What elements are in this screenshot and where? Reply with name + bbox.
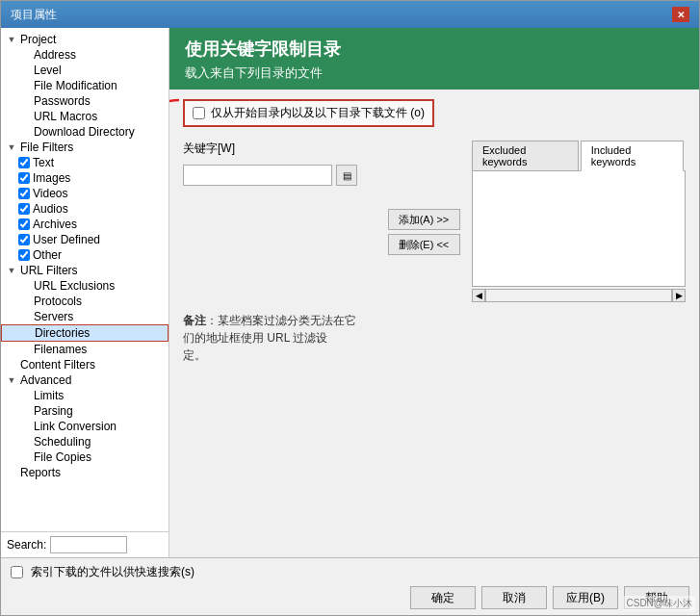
- main-content: 使用关键字限制目录 载入来自下列目录的文件 仅从开始目录内以及以下目录下载文件 …: [169, 28, 699, 557]
- keyword-tabs-section: Excluded keywordsIncluded keywords ◀ ▶: [472, 141, 686, 302]
- note-text: 备注：某些档案过滤分类无法在它们的地址框使用 URL 过滤设定。: [183, 312, 686, 364]
- tree-label-passwords: Passwords: [34, 94, 91, 108]
- tree-label-scheduling: Scheduling: [34, 435, 91, 449]
- tree-label-protocols: Protocols: [34, 295, 82, 308]
- tree-item-protocols[interactable]: Protocols: [1, 294, 169, 309]
- tree-item-address[interactable]: Address: [1, 47, 169, 63]
- tree-item-user-defined[interactable]: User Defined: [1, 232, 169, 247]
- tree-item-parsing[interactable]: Parsing: [1, 403, 169, 419]
- apply-button[interactable]: 应用(B): [553, 586, 618, 609]
- tree-item-download-directory[interactable]: Download Directory: [1, 124, 169, 140]
- tree-item-limits[interactable]: Limits: [1, 388, 169, 403]
- download-checkbox-row: 仅从开始目录内以及以下目录下载文件 (o): [183, 99, 434, 127]
- tree-expander-file-filters: ▼: [5, 142, 18, 152]
- tree-item-directories[interactable]: Directories: [1, 324, 169, 342]
- tree-item-audios[interactable]: Audios: [1, 201, 169, 217]
- tree-expander-advanced: ▼: [5, 375, 18, 385]
- dialog-window: 项目属性 ✕ ▼ProjectAddressLevelFile Modifica…: [0, 0, 700, 616]
- tree-label-images: Images: [33, 171, 70, 185]
- scroll-right-button[interactable]: ▶: [672, 289, 686, 302]
- tree-item-archives[interactable]: Archives: [1, 217, 169, 232]
- tree-item-reports[interactable]: Reports: [1, 465, 169, 480]
- add-keyword-button[interactable]: 添加(A) >>: [388, 209, 460, 230]
- main-subtitle: 载入来自下列目录的文件: [185, 64, 684, 82]
- tree-label-address: Address: [34, 48, 76, 62]
- tree-expander-url-filters: ▼: [5, 266, 18, 275]
- tab-excluded[interactable]: Excluded keywords: [472, 141, 579, 170]
- tree-item-images[interactable]: Images: [1, 170, 169, 186]
- tree-sidebar: ▼ProjectAddressLevelFile ModificationPas…: [1, 28, 169, 531]
- tree-checkbox-user-defined[interactable]: [18, 234, 30, 245]
- download-checkbox[interactable]: [193, 107, 205, 119]
- tree-checkbox-audios[interactable]: [18, 203, 30, 215]
- bottom-buttons: 确定取消应用(B)帮助: [11, 586, 689, 609]
- tab-included[interactable]: Included keywords: [581, 141, 684, 171]
- tree-label-other: Other: [33, 248, 62, 262]
- tree-checkbox-images[interactable]: [18, 172, 30, 184]
- tree-checkbox-archives[interactable]: [18, 218, 30, 230]
- tree-label-url-macros: URL Macros: [34, 110, 97, 123]
- tree-item-project[interactable]: ▼Project: [1, 32, 169, 47]
- close-button[interactable]: ✕: [672, 7, 689, 22]
- cancel-button[interactable]: 取消: [481, 586, 547, 609]
- tree-item-file-modification[interactable]: File Modification: [1, 78, 169, 93]
- keyword-input-section: 关键字[W] ▤: [183, 141, 376, 302]
- horizontal-scrollbar[interactable]: [485, 289, 672, 302]
- tree-item-file-filters[interactable]: ▼File Filters: [1, 140, 169, 155]
- note-label: 备注：某些档案过滤分类无法在它们的地址框使用 URL 过滤设定。: [183, 314, 356, 362]
- watermark: CSDN@味小沐: [624, 596, 696, 611]
- tree-expander-project: ▼: [5, 35, 18, 44]
- tree-item-url-filters[interactable]: ▼URL Filters: [1, 263, 169, 278]
- tree-item-servers[interactable]: Servers: [1, 309, 169, 324]
- tree-label-project: Project: [20, 33, 56, 46]
- tree-label-reports: Reports: [20, 466, 61, 479]
- tree-item-scheduling[interactable]: Scheduling: [1, 434, 169, 449]
- tree-item-level[interactable]: Level: [1, 63, 169, 78]
- title-bar: 项目属性 ✕: [1, 1, 699, 28]
- tree-item-content-filters[interactable]: Content Filters: [1, 357, 169, 372]
- tree-label-file-modification: File Modification: [34, 79, 117, 92]
- search-label: Search:: [7, 538, 46, 552]
- scroll-left-button[interactable]: ◀: [472, 289, 485, 302]
- tree-label-advanced: Advanced: [20, 373, 71, 387]
- tree-item-text[interactable]: Text: [1, 155, 169, 170]
- tree-label-audios: Audios: [33, 202, 68, 216]
- tree-item-file-copies[interactable]: File Copies: [1, 449, 169, 465]
- main-title: 使用关键字限制目录: [185, 38, 684, 61]
- main-header: 使用关键字限制目录 载入来自下列目录的文件: [169, 28, 699, 90]
- dialog-body: ▼ProjectAddressLevelFile ModificationPas…: [1, 28, 699, 557]
- tree-item-advanced[interactable]: ▼Advanced: [1, 372, 169, 388]
- tree-label-filenames: Filenames: [34, 343, 87, 356]
- bottom-bar: 索引下载的文件以供快速搜索(s) 确定取消应用(B)帮助: [1, 557, 699, 615]
- tree-item-url-macros[interactable]: URL Macros: [1, 109, 169, 124]
- tree-label-link-conversion: Link Conversion: [34, 420, 117, 433]
- tree-checkbox-text[interactable]: [18, 157, 30, 168]
- tree-label-archives: Archives: [33, 218, 77, 231]
- tree-label-url-filters: URL Filters: [20, 264, 78, 277]
- tree-checkbox-other[interactable]: [18, 249, 30, 261]
- index-checkbox[interactable]: [11, 566, 23, 578]
- tree-label-file-copies: File Copies: [34, 450, 91, 464]
- tree-label-content-filters: Content Filters: [20, 358, 95, 372]
- browse-button[interactable]: ▤: [336, 165, 357, 186]
- tree-label-url-exclusions: URL Exclusions: [34, 279, 115, 293]
- tree-item-passwords[interactable]: Passwords: [1, 93, 169, 109]
- main-body: 仅从开始目录内以及以下目录下载文件 (o) 关键字[W] ▤ 添加(A): [169, 90, 699, 557]
- tree-item-videos[interactable]: Videos: [1, 186, 169, 201]
- tree-item-link-conversion[interactable]: Link Conversion: [1, 419, 169, 434]
- tree-label-servers: Servers: [34, 310, 73, 323]
- ok-button[interactable]: 确定: [410, 586, 476, 609]
- keyword-input[interactable]: [183, 165, 332, 186]
- tree-item-other[interactable]: Other: [1, 247, 169, 263]
- tree-item-filenames[interactable]: Filenames: [1, 342, 169, 357]
- remove-keyword-button[interactable]: 删除(E) <<: [388, 234, 460, 255]
- tree-label-videos: Videos: [33, 187, 67, 200]
- tree-checkbox-videos[interactable]: [18, 188, 30, 199]
- tab-content: [472, 171, 686, 287]
- search-bar: Search:: [1, 531, 169, 557]
- keyword-label: 关键字[W]: [183, 141, 376, 157]
- search-input[interactable]: [50, 536, 127, 553]
- tree-label-level: Level: [34, 64, 62, 77]
- tabs-header: Excluded keywordsIncluded keywords: [472, 141, 686, 171]
- tree-item-url-exclusions[interactable]: URL Exclusions: [1, 278, 169, 294]
